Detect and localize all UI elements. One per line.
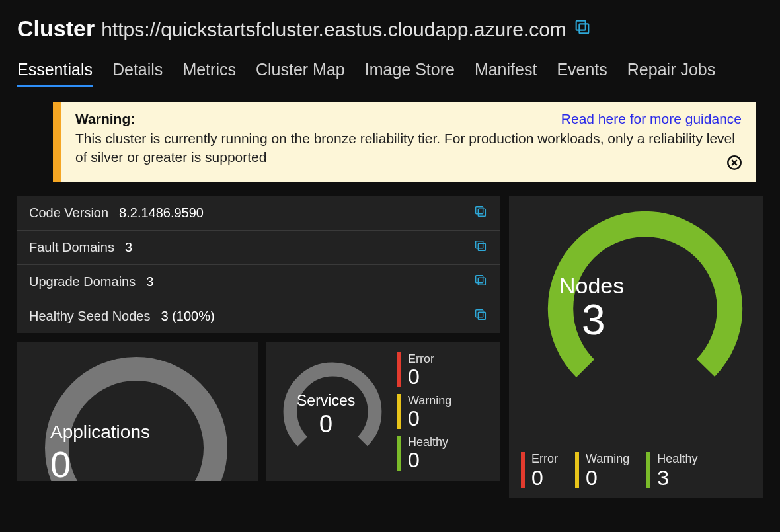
- services-warning-stat: Warning 0: [397, 394, 451, 429]
- tab-repair-jobs[interactable]: Repair Jobs: [627, 60, 715, 87]
- code-version-label: Code Version: [29, 206, 108, 221]
- services-title: Services: [297, 392, 355, 410]
- fault-domains-value: 3: [125, 240, 132, 255]
- warning-label: Warning:: [75, 111, 135, 127]
- info-panel: Code Version 8.2.1486.9590 Fault Domains…: [17, 196, 500, 333]
- tab-cluster-map[interactable]: Cluster Map: [256, 60, 345, 87]
- applications-panel: Applications 0: [17, 342, 258, 481]
- tab-essentials[interactable]: Essentials: [17, 60, 93, 87]
- upgrade-domains-label: Upgrade Domains: [29, 274, 136, 289]
- services-stats: Error 0 Warning 0 Healthy 0: [397, 352, 451, 471]
- tab-events[interactable]: Events: [557, 60, 607, 87]
- services-warning-value: 0: [408, 408, 451, 429]
- warning-banner: Warning: Read here for more guidance Thi…: [53, 102, 756, 182]
- nodes-ring-icon: [539, 203, 751, 414]
- svg-rect-11: [478, 313, 485, 320]
- nodes-warning-label: Warning: [586, 452, 629, 466]
- svg-rect-0: [579, 24, 588, 33]
- svg-rect-10: [476, 276, 483, 283]
- services-count: 0: [319, 410, 332, 438]
- copy-fault-domains-icon[interactable]: [473, 239, 488, 256]
- nodes-error-label: Error: [531, 452, 558, 466]
- warning-message: This cluster is currently running on the…: [75, 130, 742, 167]
- svg-rect-5: [478, 209, 485, 217]
- services-error-value: 0: [408, 366, 434, 387]
- warning-guidance-link[interactable]: Read here for more guidance: [561, 111, 742, 127]
- services-healthy-stat: Healthy 0: [397, 436, 451, 471]
- nodes-warning-value: 0: [586, 467, 598, 488]
- nodes-warning-stat: Warning 0: [575, 452, 629, 488]
- services-warning-label: Warning: [408, 394, 451, 408]
- cluster-url: https://quickstartsfcluster.eastus.cloud…: [101, 19, 566, 41]
- close-warning-icon[interactable]: [726, 154, 743, 174]
- svg-rect-9: [478, 278, 485, 285]
- svg-rect-7: [478, 244, 485, 251]
- tab-image-store[interactable]: Image Store: [365, 60, 455, 87]
- tab-manifest[interactable]: Manifest: [475, 60, 537, 87]
- svg-rect-6: [476, 207, 483, 214]
- nodes-count: 3: [582, 295, 605, 344]
- fault-domains-label: Fault Domains: [29, 240, 114, 255]
- nodes-healthy-stat: Healthy 3: [646, 452, 697, 488]
- healthy-seed-value: 3 (100%): [161, 309, 214, 324]
- nodes-error-value: 0: [531, 467, 543, 488]
- svg-rect-1: [576, 21, 585, 30]
- applications-title: Applications: [50, 422, 150, 443]
- content-area: Code Version 8.2.1486.9590 Fault Domains…: [17, 196, 763, 498]
- info-row-code-version: Code Version 8.2.1486.9590: [17, 196, 500, 231]
- svg-rect-8: [476, 241, 483, 248]
- nodes-healthy-label: Healthy: [657, 452, 697, 466]
- copy-url-icon[interactable]: [573, 18, 592, 39]
- tab-bar: Essentials Details Metrics Cluster Map I…: [17, 60, 763, 87]
- copy-healthy-seed-icon[interactable]: [473, 307, 488, 324]
- healthy-seed-label: Healthy Seed Nodes: [29, 309, 150, 324]
- upgrade-domains-value: 3: [146, 274, 153, 289]
- copy-code-version-icon[interactable]: [473, 204, 488, 221]
- services-healthy-label: Healthy: [408, 436, 448, 449]
- info-row-upgrade-domains: Upgrade Domains 3: [17, 265, 500, 299]
- page-header: Cluster https://quickstartsfcluster.east…: [17, 16, 763, 42]
- info-row-healthy-seed: Healthy Seed Nodes 3 (100%): [17, 299, 500, 333]
- tab-metrics[interactable]: Metrics: [182, 60, 236, 87]
- cluster-title: Cluster: [17, 16, 95, 42]
- code-version-value: 8.2.1486.9590: [119, 206, 204, 221]
- svg-rect-12: [476, 310, 483, 317]
- info-row-fault-domains: Fault Domains 3: [17, 231, 500, 265]
- nodes-stats: Error 0 Warning 0 Healthy 3: [521, 452, 697, 488]
- nodes-healthy-value: 3: [657, 467, 669, 488]
- svg-point-15: [539, 203, 751, 414]
- services-error-stat: Error 0: [397, 352, 451, 387]
- nodes-panel: Nodes 3 Error 0 Warning 0 Healthy 3: [509, 196, 763, 498]
- services-error-label: Error: [408, 352, 434, 366]
- services-panel: Services 0 Error 0 Warning 0: [266, 342, 500, 481]
- copy-upgrade-domains-icon[interactable]: [473, 273, 488, 290]
- services-healthy-value: 0: [408, 449, 448, 471]
- nodes-error-stat: Error 0: [521, 452, 558, 488]
- applications-count: 0: [50, 443, 71, 481]
- tab-details[interactable]: Details: [112, 60, 163, 87]
